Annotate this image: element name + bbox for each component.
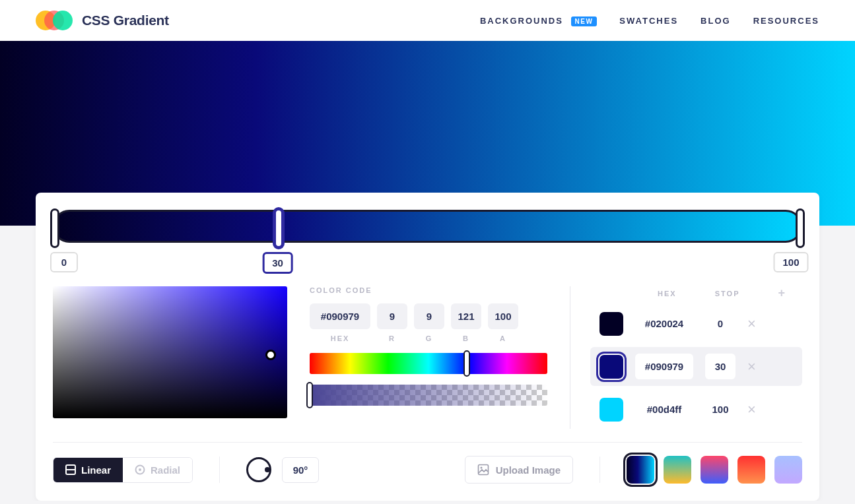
gradient-type-toggle: Linear Radial [53, 457, 193, 483]
stop-row: 030100 [53, 252, 802, 274]
preset-swatch[interactable] [737, 456, 765, 484]
g-input[interactable] [414, 303, 444, 329]
gradient-bar-wrap [53, 210, 802, 243]
radial-label: Radial [151, 464, 180, 476]
svg-point-2 [53, 11, 73, 30]
remove-stop-button[interactable]: × [747, 401, 756, 418]
stop-hex-input[interactable] [635, 354, 693, 379]
b-input[interactable] [451, 303, 481, 329]
gradient-handle[interactable] [274, 208, 283, 248]
new-badge: NEW [571, 16, 598, 26]
satval-cursor[interactable] [265, 350, 276, 360]
stop-pos-input[interactable] [705, 354, 735, 379]
presets [627, 456, 802, 484]
stops-stop-label: STOP [715, 290, 740, 298]
preset-swatch[interactable] [701, 456, 728, 484]
stops-list: ××× [590, 304, 802, 429]
image-icon [477, 464, 489, 476]
linear-button[interactable]: Linear [53, 458, 123, 482]
color-inputs: HEX R G B A [310, 303, 547, 342]
stop-pos-input[interactable] [705, 396, 735, 422]
upload-button[interactable]: Upload Image [465, 456, 573, 484]
satval-picker[interactable] [53, 286, 287, 418]
angle-input[interactable] [282, 457, 319, 483]
nav-backgrounds-label: BACKGROUNDS [480, 16, 563, 26]
linear-label: Linear [81, 464, 111, 476]
gradient-bar[interactable] [53, 210, 802, 243]
hex-input[interactable] [310, 303, 370, 329]
g-label: G [426, 334, 433, 342]
stops-header: HEX STOP + [590, 286, 802, 300]
stop-position-box[interactable]: 30 [262, 252, 293, 274]
bottom-bar: Linear Radial Upload Image [53, 442, 802, 484]
angle-control [246, 457, 319, 483]
brand-name: CSS Gradient [82, 13, 169, 28]
gradient-handle[interactable] [796, 208, 805, 248]
nav-backgrounds[interactable]: BACKGROUNDS NEW [480, 16, 597, 26]
add-stop-button[interactable]: + [778, 286, 785, 300]
stop-swatch[interactable] [599, 312, 623, 336]
nav-blog[interactable]: BLOG [701, 16, 731, 26]
stop-hex-input[interactable] [635, 396, 693, 422]
nav-swatches[interactable]: SWATCHES [619, 16, 678, 26]
a-input[interactable] [488, 303, 518, 329]
divider [219, 457, 220, 483]
stop-hex-input[interactable] [635, 311, 693, 336]
divider [599, 457, 600, 483]
b-label: B [463, 334, 469, 342]
preset-swatch[interactable] [664, 456, 691, 484]
alpha-slider[interactable] [310, 385, 547, 406]
control-panel: 030100 COLOR CODE HEX R G [36, 193, 819, 501]
stops-hex-label: HEX [658, 290, 677, 298]
hue-slider[interactable] [310, 353, 547, 374]
remove-stop-button[interactable]: × [747, 315, 756, 332]
stop-swatch[interactable] [599, 398, 623, 422]
stop-pos-input[interactable] [705, 311, 735, 336]
logo-icon [36, 11, 73, 30]
stop-swatch[interactable] [599, 355, 623, 379]
angle-dial[interactable] [246, 457, 271, 482]
alpha-handle[interactable] [306, 382, 313, 408]
stop-row[interactable]: × [590, 304, 802, 343]
svg-point-6 [139, 468, 141, 471]
hex-label: HEX [331, 334, 350, 342]
angle-dot [265, 467, 270, 472]
hue-handle[interactable] [463, 350, 470, 377]
r-label: R [389, 334, 395, 342]
remove-stop-button[interactable]: × [747, 358, 756, 375]
upload-label: Upload Image [496, 464, 561, 476]
gradient-handle[interactable] [50, 208, 59, 248]
a-label: A [500, 334, 506, 342]
stop-position-box[interactable]: 100 [773, 252, 808, 272]
mid-controls: COLOR CODE HEX R G B [53, 286, 802, 429]
linear-icon [65, 464, 76, 475]
stops-col: HEX STOP + ××× [570, 286, 802, 429]
color-code-col: COLOR CODE HEX R G B [310, 286, 547, 406]
svg-point-8 [480, 467, 482, 469]
stop-position-box[interactable]: 0 [50, 252, 78, 272]
header: CSS Gradient BACKGROUNDS NEW SWATCHES BL… [0, 0, 855, 41]
preset-swatch[interactable] [627, 456, 654, 484]
color-code-label: COLOR CODE [310, 286, 547, 294]
svg-rect-7 [478, 465, 488, 475]
stop-row[interactable]: × [590, 347, 802, 386]
nav-resources[interactable]: RESOURCES [753, 16, 819, 26]
stop-row[interactable]: × [590, 390, 802, 429]
logo[interactable]: CSS Gradient [36, 11, 169, 30]
radial-icon [135, 464, 145, 475]
r-input[interactable] [377, 303, 407, 329]
preset-swatch[interactable] [774, 456, 802, 484]
radial-button[interactable]: Radial [123, 458, 192, 482]
nav: BACKGROUNDS NEW SWATCHES BLOG RESOURCES [480, 16, 819, 26]
